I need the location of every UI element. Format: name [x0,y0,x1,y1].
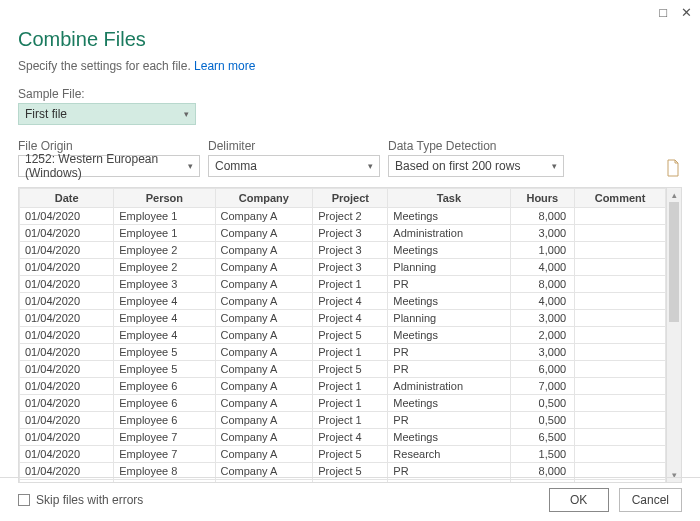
column-header[interactable]: Person [114,189,215,208]
column-header[interactable]: Comment [575,189,666,208]
subtitle-text: Specify the settings for each file. [18,59,194,73]
table-cell: Project 3 [313,242,388,259]
column-header[interactable]: Task [388,189,510,208]
table-cell: 3,000 [510,310,575,327]
table-cell: Planning [388,310,510,327]
column-header[interactable]: Date [20,189,114,208]
table-cell [575,276,666,293]
table-cell: Project 3 [313,259,388,276]
table-cell: 8,000 [510,276,575,293]
table-cell: Meetings [388,242,510,259]
table-cell: Project 4 [313,310,388,327]
data-type-select[interactable]: Based on first 200 rows ▾ [388,155,564,177]
column-header[interactable]: Company [215,189,313,208]
table-row[interactable]: 01/04/2020Employee 2Company AProject 3Me… [20,242,666,259]
delimiter-select[interactable]: Comma ▾ [208,155,380,177]
skip-files-checkbox[interactable]: Skip files with errors [18,493,143,507]
vertical-scrollbar[interactable]: ▴ ▾ [666,188,681,482]
table-cell: Project 2 [313,208,388,225]
table-cell: Meetings [388,327,510,344]
table-cell: 01/04/2020 [20,327,114,344]
table-cell: Employee 2 [114,259,215,276]
table-cell: Company A [215,259,313,276]
table-cell: Company A [215,293,313,310]
table-cell: 01/04/2020 [20,446,114,463]
sample-file-select[interactable]: First file ▾ [18,103,196,125]
table-row[interactable]: 01/04/2020Employee 1Company AProject 2Me… [20,208,666,225]
table-row[interactable]: 01/04/2020Employee 1Company AProject 3Ad… [20,225,666,242]
table-cell: Company A [215,395,313,412]
table-cell: Project 3 [313,225,388,242]
table-cell: PR [388,344,510,361]
table-cell: Meetings [388,208,510,225]
table-cell: Project 1 [313,378,388,395]
table-row[interactable]: 01/04/2020Employee 6Company AProject 1PR… [20,412,666,429]
column-header[interactable]: Project [313,189,388,208]
close-icon[interactable]: ✕ [681,6,692,19]
table-cell [575,344,666,361]
column-header[interactable]: Hours [510,189,575,208]
table-cell: Employee 1 [114,225,215,242]
table-cell: 01/04/2020 [20,361,114,378]
document-icon[interactable] [664,155,682,177]
table-cell: Employee 4 [114,293,215,310]
table-row[interactable]: 01/04/2020Employee 4Company AProject 4Me… [20,293,666,310]
table-row[interactable]: 01/04/2020Employee 3Company AProject 1PR… [20,276,666,293]
table-row[interactable]: 01/04/2020Employee 7Company AProject 4Me… [20,429,666,446]
scroll-up-icon[interactable]: ▴ [667,190,681,200]
table-cell: Project 5 [313,327,388,344]
table-cell: Project 5 [313,361,388,378]
table-cell: Employee 4 [114,327,215,344]
table-cell: PR [388,361,510,378]
table-cell [575,361,666,378]
table-cell [575,242,666,259]
table-row[interactable]: 01/04/2020Employee 6Company AProject 1Me… [20,395,666,412]
table-cell: PR [388,412,510,429]
table-cell: Company A [215,412,313,429]
table-cell: 01/04/2020 [20,293,114,310]
caret-down-icon: ▾ [552,161,557,171]
table-cell: Company A [215,344,313,361]
table-cell: 3,000 [510,344,575,361]
table-cell [575,446,666,463]
table-cell: Company A [215,429,313,446]
table-row[interactable]: 01/04/2020Employee 6Company AProject 1Ad… [20,378,666,395]
cancel-button[interactable]: Cancel [619,488,682,512]
table-row[interactable]: 01/04/2020Employee 7Company AProject 5Re… [20,446,666,463]
learn-more-link[interactable]: Learn more [194,59,255,73]
table-row[interactable]: 01/04/2020Employee 5Company AProject 1PR… [20,344,666,361]
caret-down-icon: ▾ [368,161,373,171]
table-row[interactable]: 01/04/2020Employee 4Company AProject 5Me… [20,327,666,344]
table-row[interactable]: 01/04/2020Employee 4Company AProject 4Pl… [20,310,666,327]
table-cell: 01/04/2020 [20,344,114,361]
sample-file-label: Sample File: [18,87,682,101]
table-cell: Company A [215,225,313,242]
ok-button[interactable]: OK [549,488,609,512]
table-cell: Administration [388,225,510,242]
table-cell: 01/04/2020 [20,395,114,412]
table-cell: 01/04/2020 [20,310,114,327]
table-cell: Employee 3 [114,276,215,293]
table-cell: Company A [215,242,313,259]
preview-table-container: DatePersonCompanyProjectTaskHoursComment… [18,187,682,483]
table-cell: Project 4 [313,429,388,446]
table-row[interactable]: 01/04/2020Employee 5Company AProject 5PR… [20,361,666,378]
table-cell: 0,500 [510,412,575,429]
table-cell: Employee 5 [114,361,215,378]
file-origin-select[interactable]: 1252: Western European (Windows) ▾ [18,155,200,177]
table-cell [575,429,666,446]
checkbox-box [18,494,30,506]
table-cell: Meetings [388,293,510,310]
table-cell: 1,000 [510,242,575,259]
caret-down-icon: ▾ [184,109,189,119]
preview-table: DatePersonCompanyProjectTaskHoursComment… [19,188,666,482]
table-cell: Project 1 [313,344,388,361]
file-origin-label: File Origin [18,139,200,153]
table-cell: Company A [215,208,313,225]
table-cell: 4,000 [510,293,575,310]
scrollbar-thumb[interactable] [669,202,679,322]
table-row[interactable]: 01/04/2020Employee 2Company AProject 3Pl… [20,259,666,276]
table-cell [575,395,666,412]
maximize-icon[interactable]: □ [659,6,667,19]
table-cell: 01/04/2020 [20,225,114,242]
